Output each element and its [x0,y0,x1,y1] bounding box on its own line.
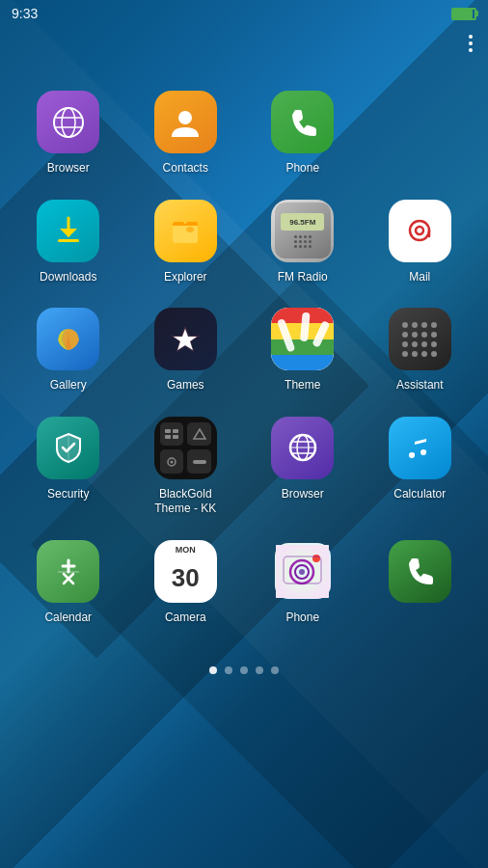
svg-rect-13 [300,312,311,341]
camera-svg [276,545,329,598]
blackgold-icon [154,417,217,479]
contacts-icon [154,91,217,153]
app-phone[interactable]: Phone [244,79,362,188]
app-browser[interactable]: Browser [10,79,127,188]
svg-point-37 [299,569,305,575]
page-indicators [0,652,488,689]
calendar-day: MON [157,543,213,556]
browser-svg [50,104,87,141]
page-indicator-4[interactable] [271,666,279,674]
music-icon [389,417,451,479]
games-svg [167,321,203,358]
games-label: Games [167,378,204,393]
phone2-icon [389,540,451,603]
svg-point-4 [178,111,192,124]
games-icon [154,308,217,370]
page-indicator-1[interactable] [225,666,232,674]
mail-svg [401,212,438,249]
app-contacts[interactable]: Contacts [127,79,245,188]
svg-rect-19 [173,435,178,439]
battery-icon [451,8,476,20]
svg-rect-18 [165,435,171,439]
page-indicator-3[interactable] [256,666,263,674]
app-music[interactable]: Calculator [362,405,479,529]
calendar-icon: MON 30 [154,540,217,603]
contacts-label: Contacts [163,161,208,176]
app-explorer[interactable]: Explorer [127,188,245,297]
browser2-icon [271,417,334,479]
app-blackgold[interactable]: BlackGold Theme - KK [127,405,245,529]
app-theme[interactable]: Theme [244,296,362,405]
speaker-dots [402,322,437,357]
svg-point-8 [416,227,423,234]
status-icons [451,8,476,20]
calculator-svg [50,553,87,589]
bg-cell-3 [160,449,184,474]
app-phone2[interactable] [362,529,479,637]
blackgold-grid [154,417,217,479]
svg-point-1 [62,108,75,137]
page-indicator-0[interactable] [209,666,217,674]
calendar-content: MON 30 [157,543,213,599]
app-assistant[interactable]: Assistant [362,296,479,405]
app-grid: Browser Contacts Phone Download [0,60,488,647]
dot1 [469,35,473,39]
svg-rect-14 [312,320,330,348]
gallery-svg [50,321,87,358]
downloads-icon [37,200,99,262]
svg-marker-20 [194,429,205,439]
theme-label: Theme [285,378,320,393]
assistant-label: Assistant [396,378,444,393]
phone-icon [271,91,334,153]
svg-point-0 [54,108,83,137]
svg-point-7 [410,221,429,240]
page-indicator-2[interactable] [240,666,248,674]
browser-icon [37,91,99,153]
svg-point-6 [186,227,194,232]
app-browser2[interactable]: Browser [244,405,362,529]
app-security[interactable]: Security [10,405,127,529]
app-gallery[interactable]: Gallery [10,296,127,405]
app-mail[interactable]: Mail [362,188,479,297]
bg-cell-2 [187,422,211,447]
theme-icon [271,308,334,370]
fmradio-icon: 96.5FM [271,200,334,262]
browser-label: Browser [47,161,90,176]
app-games[interactable]: Games [127,296,245,405]
app-calculator[interactable]: Calendar [10,529,127,637]
assistant-icon [389,308,451,370]
phone-label: Phone [285,161,319,176]
svg-rect-12 [277,318,295,353]
fm-speaker-grid [294,235,312,248]
app-camera[interactable]: Phone [244,529,362,637]
mail-label: Mail [409,270,430,285]
app-downloads[interactable]: Downloads [10,188,127,297]
calendar-label: Camera [165,610,206,626]
more-options-button[interactable] [465,31,476,56]
bg-cell-4 [187,449,211,474]
phone2-svg [401,553,438,589]
svg-rect-23 [193,460,206,464]
security-label: Security [47,487,89,502]
app-calendar[interactable]: MON 30 Camera [127,529,245,637]
security-icon [37,417,99,479]
theme-brush-svg [276,312,329,366]
explorer-icon [154,200,217,262]
security-svg [50,429,87,466]
gallery-icon [37,308,99,370]
dot3 [469,48,473,52]
svg-point-22 [171,460,174,463]
fm-display: 96.5FM [281,213,324,231]
contacts-svg [167,104,203,141]
downloads-label: Downloads [40,270,96,285]
camera-label: Phone [285,610,319,626]
app-fmradio[interactable]: 96.5FM FM Radio [244,188,362,297]
status-time: 9:33 [12,6,38,21]
svg-point-38 [312,555,320,562]
mail-icon [389,200,451,262]
svg-rect-5 [58,239,79,242]
explorer-label: Explorer [164,270,207,285]
fmradio-label: FM Radio [278,270,328,285]
blackgold-label: BlackGold Theme - KK [154,487,216,517]
browser2-label: Browser [282,487,324,502]
